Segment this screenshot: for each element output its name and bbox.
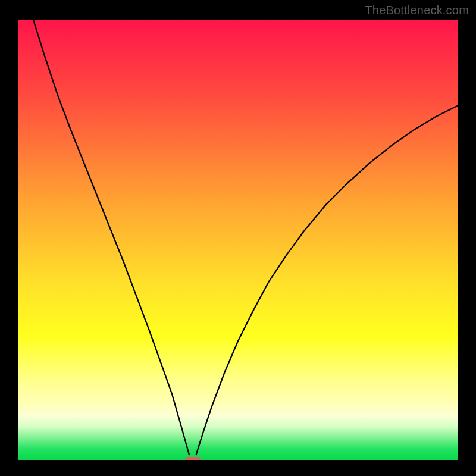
curve-right xyxy=(196,105,458,455)
bottleneck-curve xyxy=(18,20,458,460)
plot-area xyxy=(18,20,458,460)
optimal-marker xyxy=(185,457,201,460)
chart-frame: TheBottleneck.com xyxy=(0,0,476,476)
curve-left xyxy=(33,20,189,455)
watermark-text: TheBottleneck.com xyxy=(365,4,469,17)
